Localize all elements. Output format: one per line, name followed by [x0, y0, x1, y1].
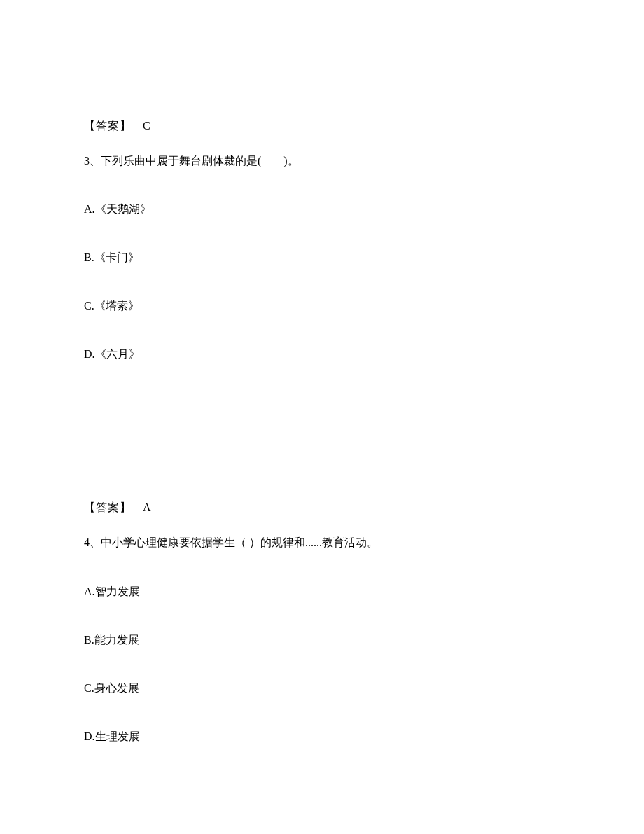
option-text: 能力发展 — [94, 634, 139, 646]
q4-option-b: B.能力发展 — [84, 633, 560, 648]
question-body: 中小学心理健康要依据学生（ ）的规律和......教育活动。 — [101, 536, 378, 548]
q4-question: 4、中小学心理健康要依据学生（ ）的规律和......教育活动。 — [84, 535, 560, 550]
option-text: 智力发展 — [95, 585, 140, 597]
option-text: 《塔索》 — [94, 300, 139, 312]
option-letter: B. — [84, 634, 94, 646]
option-text: 《六月》 — [95, 348, 140, 360]
option-text: 生理发展 — [95, 730, 140, 742]
q4-option-d: D.生理发展 — [84, 730, 560, 744]
question-number: 3、 — [84, 155, 101, 167]
option-letter: C. — [84, 300, 94, 312]
q4-option-a: A.智力发展 — [84, 585, 560, 599]
q3-option-c: C.《塔索》 — [84, 299, 560, 314]
q3-answer-line: 【答案】 A — [84, 501, 560, 515]
q2-answer-line: 【答案】 C — [84, 119, 560, 134]
option-letter: C. — [84, 682, 94, 694]
answer-label: 【答案】 — [84, 120, 132, 132]
option-letter: A. — [84, 585, 95, 597]
option-letter: A. — [84, 203, 95, 215]
option-text: 《卡门》 — [94, 251, 139, 263]
option-text: 《天鹅湖》 — [95, 203, 151, 215]
q3-option-d: D.《六月》 — [84, 347, 560, 362]
option-letter: D. — [84, 730, 95, 742]
option-letter: B. — [84, 251, 94, 263]
answer-value: C — [143, 120, 150, 132]
document-content: 【答案】 C 3、下列乐曲中属于舞台剧体裁的是( )。 A.《天鹅湖》 B.《卡… — [0, 0, 644, 744]
question-body: 下列乐曲中属于舞台剧体裁的是( )。 — [101, 155, 299, 167]
option-text: 身心发展 — [94, 682, 139, 694]
answer-label: 【答案】 — [84, 501, 132, 513]
spacer — [84, 396, 560, 501]
q3-option-b: B.《卡门》 — [84, 251, 560, 265]
question-number: 4、 — [84, 536, 101, 548]
q3-question: 3、下列乐曲中属于舞台剧体裁的是( )。 — [84, 153, 560, 169]
option-letter: D. — [84, 348, 95, 360]
q4-option-c: C.身心发展 — [84, 681, 560, 696]
answer-value: A — [143, 501, 151, 513]
q3-option-a: A.《天鹅湖》 — [84, 202, 560, 217]
